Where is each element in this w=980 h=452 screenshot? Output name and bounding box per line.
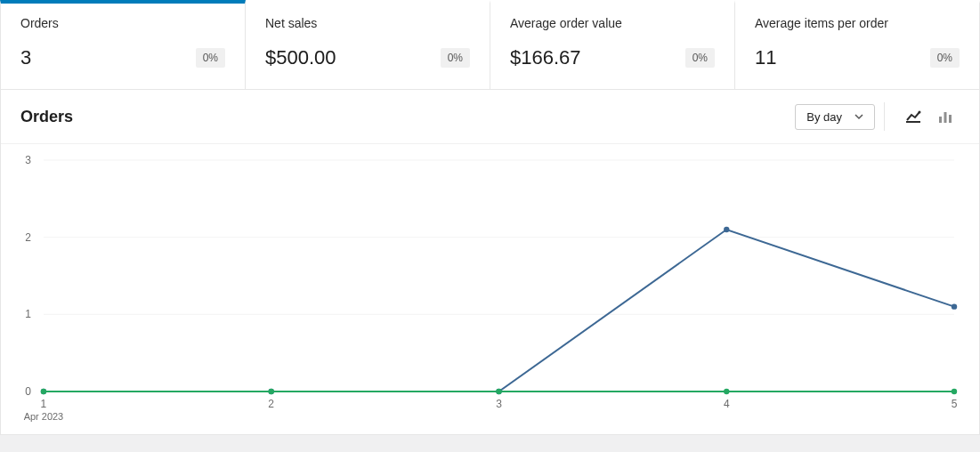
line-chart-button[interactable]	[899, 102, 927, 131]
stat-label: Average items per order	[755, 16, 960, 30]
stat-card-orders[interactable]: Orders 3 0%	[0, 0, 246, 90]
svg-point-24	[41, 389, 46, 394]
stat-card-net-sales[interactable]: Net sales $500.00 0%	[246, 0, 490, 90]
stat-change-badge: 0%	[930, 48, 960, 68]
chart-header: Orders By day	[1, 90, 979, 144]
svg-text:3: 3	[25, 154, 31, 166]
stats-row: Orders 3 0% Net sales $500.00 0% Average…	[0, 0, 980, 90]
svg-point-0	[919, 111, 921, 114]
stat-label: Orders	[20, 16, 225, 30]
svg-text:5: 5	[952, 398, 958, 410]
chart-title: Orders	[20, 108, 73, 126]
svg-rect-3	[944, 112, 947, 123]
svg-text:1: 1	[25, 308, 31, 320]
svg-point-22	[724, 227, 729, 232]
stat-change-badge: 0%	[441, 48, 470, 68]
svg-text:3: 3	[496, 398, 502, 410]
chart-body: 01231Apr 20232345	[1, 144, 979, 434]
svg-text:2: 2	[25, 231, 31, 244]
stat-change-badge: 0%	[196, 48, 225, 68]
bar-chart-icon	[936, 108, 954, 125]
svg-text:Apr 2023: Apr 2023	[24, 411, 63, 422]
orders-line-chart: 01231Apr 20232345	[17, 151, 963, 427]
interval-label: By day	[806, 110, 842, 124]
stat-value: 3	[20, 46, 31, 69]
chevron-down-icon	[854, 112, 863, 121]
chart-view-toggle	[884, 102, 960, 131]
stat-card-avg-items[interactable]: Average items per order 11 0%	[735, 0, 980, 90]
bar-chart-button[interactable]	[931, 102, 960, 131]
stat-label: Average order value	[510, 16, 715, 30]
svg-point-26	[496, 389, 501, 394]
stat-value: 11	[755, 46, 776, 69]
svg-rect-4	[949, 115, 952, 123]
stat-label: Net sales	[265, 16, 470, 30]
line-chart-icon	[904, 108, 922, 125]
svg-point-25	[269, 389, 274, 394]
svg-point-23	[952, 303, 957, 309]
stat-value: $500.00	[265, 46, 336, 69]
svg-point-27	[724, 389, 729, 394]
chart-controls: By day	[795, 102, 960, 131]
svg-text:0: 0	[25, 385, 31, 398]
stat-card-avg-order-value[interactable]: Average order value $166.67 0%	[490, 0, 735, 90]
stat-value: $166.67	[510, 46, 581, 69]
svg-rect-2	[939, 117, 942, 123]
svg-point-28	[952, 389, 957, 394]
svg-text:2: 2	[268, 398, 274, 410]
chart-panel: Orders By day	[0, 90, 980, 435]
svg-text:1: 1	[41, 398, 47, 410]
svg-text:4: 4	[724, 398, 730, 410]
interval-select[interactable]: By day	[795, 104, 875, 130]
stat-change-badge: 0%	[685, 48, 715, 68]
